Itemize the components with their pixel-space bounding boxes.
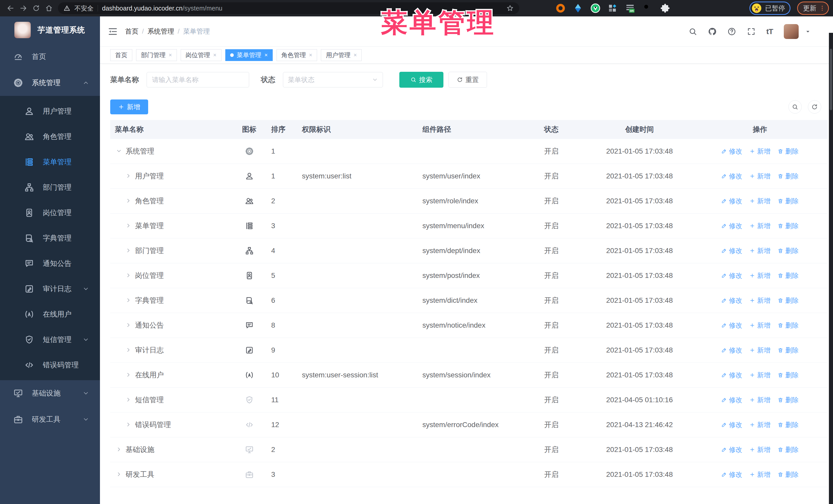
browser-update-button[interactable]: 更新: [797, 2, 829, 15]
edit-button[interactable]: 修改: [721, 147, 742, 156]
github-icon[interactable]: [708, 27, 717, 36]
add-child-button[interactable]: 新增: [749, 421, 770, 429]
add-child-button[interactable]: 新增: [749, 470, 770, 479]
scrollbar-thumb[interactable]: [830, 49, 832, 110]
collapse-arrow-icon[interactable]: [125, 347, 132, 354]
delete-button[interactable]: 删除: [778, 197, 799, 206]
add-child-button[interactable]: 新增: [749, 445, 770, 454]
edit-button[interactable]: 修改: [721, 271, 742, 280]
sidebar-item-8[interactable]: 通知公告: [0, 251, 100, 276]
tab-4[interactable]: 角色管理×: [277, 49, 317, 61]
sidebar-item-2[interactable]: 用户管理: [0, 98, 100, 124]
edit-button[interactable]: 修改: [721, 296, 742, 305]
collapse-arrow-icon[interactable]: [116, 471, 122, 478]
edit-button[interactable]: 修改: [721, 395, 742, 405]
edit-button[interactable]: 修改: [721, 346, 742, 355]
font-size-icon[interactable]: tT: [766, 27, 773, 36]
extension-orange-ring-icon[interactable]: [555, 3, 566, 14]
delete-button[interactable]: 删除: [778, 470, 799, 479]
edit-button[interactable]: 修改: [721, 445, 742, 454]
tab-5[interactable]: 用户管理×: [321, 49, 362, 61]
extension-kite-icon[interactable]: [573, 3, 584, 14]
add-child-button[interactable]: 新增: [749, 197, 770, 206]
sidebar-fold-icon[interactable]: [107, 26, 118, 37]
refresh-table-button[interactable]: [808, 100, 821, 114]
delete-button[interactable]: 删除: [778, 147, 799, 156]
extension-green-check-icon[interactable]: [590, 3, 601, 14]
add-child-button[interactable]: 新增: [749, 271, 770, 280]
collapse-arrow-icon[interactable]: [125, 422, 132, 428]
sidebar-item-5[interactable]: 部门管理: [0, 174, 100, 200]
chevron-down-icon[interactable]: [805, 28, 811, 34]
close-icon[interactable]: ×: [309, 52, 312, 58]
sidebar-item-10[interactable]: 在线用户: [0, 302, 100, 327]
browser-menu-dots-icon[interactable]: [819, 5, 826, 11]
collapse-arrow-icon[interactable]: [125, 222, 132, 229]
extension-puzzle-icon[interactable]: [660, 3, 670, 14]
sidebar-item-13[interactable]: 基础设施: [0, 380, 100, 406]
back-icon[interactable]: [4, 2, 17, 15]
delete-button[interactable]: 删除: [778, 246, 799, 255]
forward-icon[interactable]: [17, 2, 30, 15]
delete-button[interactable]: 删除: [778, 271, 799, 280]
home-icon[interactable]: [43, 2, 55, 15]
breadcrumb-item-0[interactable]: 首页: [125, 27, 138, 36]
sidebar-item-12[interactable]: 错误码管理: [0, 352, 100, 378]
delete-button[interactable]: 删除: [778, 321, 799, 330]
collapse-arrow-icon[interactable]: [125, 297, 132, 304]
edit-button[interactable]: 修改: [721, 470, 742, 479]
collapse-arrow-icon[interactable]: [125, 272, 132, 279]
add-child-button[interactable]: 新增: [749, 371, 770, 380]
add-button[interactable]: 新增: [110, 99, 148, 114]
edit-button[interactable]: 修改: [721, 421, 742, 429]
app-logo-row[interactable]: 芋道管理系统: [0, 17, 100, 44]
menu-name-input[interactable]: [147, 72, 249, 88]
tab-1[interactable]: 部门管理×: [136, 49, 177, 61]
search-icon[interactable]: [688, 27, 697, 36]
extension-grid-icon[interactable]: [608, 3, 618, 14]
sidebar-item-6[interactable]: 岗位管理: [0, 200, 100, 225]
breadcrumb-item-1[interactable]: 系统管理: [147, 27, 174, 36]
collapse-arrow-icon[interactable]: [125, 173, 132, 179]
delete-button[interactable]: 删除: [778, 221, 799, 231]
delete-button[interactable]: 删除: [778, 371, 799, 380]
add-child-button[interactable]: 新增: [749, 147, 770, 156]
toggle-search-button[interactable]: [788, 100, 802, 114]
collapse-arrow-icon[interactable]: [125, 198, 132, 204]
add-child-button[interactable]: 新增: [749, 296, 770, 305]
user-avatar[interactable]: [784, 24, 799, 39]
extension-on-badge-icon[interactable]: on: [625, 3, 636, 14]
delete-button[interactable]: 删除: [778, 346, 799, 355]
sidebar-item-14[interactable]: 研发工具: [0, 406, 100, 432]
edit-button[interactable]: 修改: [721, 197, 742, 206]
help-icon[interactable]: [728, 27, 736, 36]
collapse-arrow-icon[interactable]: [125, 322, 132, 329]
sidebar-item-0[interactable]: 首页: [0, 44, 100, 70]
delete-button[interactable]: 删除: [778, 395, 799, 405]
extension-key-icon[interactable]: [642, 3, 653, 14]
sidebar-item-11[interactable]: 短信管理: [0, 327, 100, 352]
delete-button[interactable]: 删除: [778, 172, 799, 181]
tab-2[interactable]: 岗位管理×: [181, 49, 221, 61]
reload-icon[interactable]: [30, 2, 43, 15]
sidebar-item-4[interactable]: 菜单管理: [0, 149, 100, 174]
sidebar-item-3[interactable]: 角色管理: [0, 124, 100, 149]
close-icon[interactable]: ×: [169, 52, 172, 58]
add-child-button[interactable]: 新增: [749, 321, 770, 330]
bookmark-star-icon[interactable]: [506, 5, 514, 12]
browser-profile-chip[interactable]: 已暂停: [749, 2, 790, 15]
reset-button[interactable]: 重置: [449, 72, 487, 88]
tab-0[interactable]: 首页: [110, 49, 132, 61]
add-child-button[interactable]: 新增: [749, 395, 770, 405]
close-icon[interactable]: ×: [353, 52, 357, 58]
sidebar-item-9[interactable]: 审计日志: [0, 276, 100, 302]
add-child-button[interactable]: 新增: [749, 246, 770, 255]
add-child-button[interactable]: 新增: [749, 172, 770, 181]
sidebar-item-1[interactable]: 系统管理: [0, 70, 100, 96]
add-child-button[interactable]: 新增: [749, 346, 770, 355]
edit-button[interactable]: 修改: [721, 221, 742, 231]
close-icon[interactable]: ×: [213, 52, 217, 58]
add-child-button[interactable]: 新增: [749, 221, 770, 231]
edit-button[interactable]: 修改: [721, 321, 742, 330]
delete-button[interactable]: 删除: [778, 421, 799, 429]
